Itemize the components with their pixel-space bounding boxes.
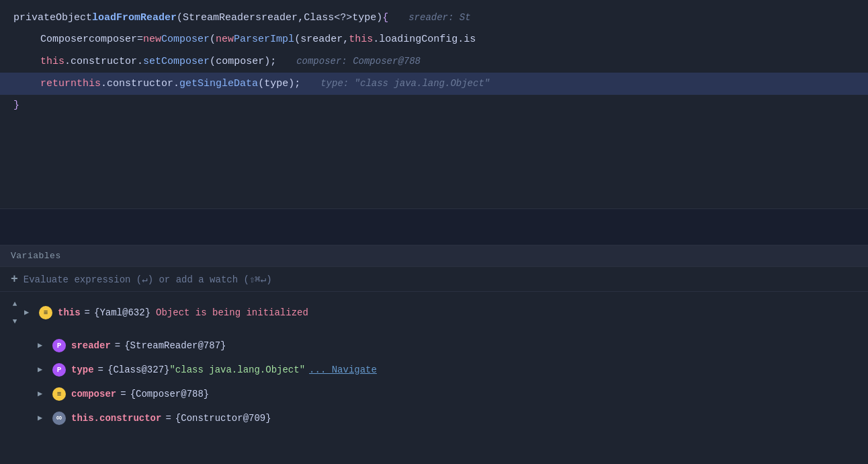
hint-composer: composer: Composer@788 bbox=[296, 52, 421, 71]
code-line-1: private Object loadFromReader ( StreamRe… bbox=[0, 7, 868, 29]
var-name-sreader: sreader bbox=[71, 338, 111, 354]
scroll-down-icon[interactable]: ▼ bbox=[13, 313, 17, 330]
code-line-3: this . constructor . setComposer ( compo… bbox=[0, 50, 868, 73]
keyword-private: private bbox=[13, 9, 56, 28]
var-string-type: "class java.lang.Object" bbox=[169, 362, 305, 378]
var-name-this-constructor: this.constructor bbox=[71, 410, 161, 426]
code-line-2: Composer composer = new Composer ( new P… bbox=[0, 29, 868, 50]
var-ref-composer: {Composer@788} bbox=[130, 386, 210, 402]
code-editor: private Object loadFromReader ( StreamRe… bbox=[0, 0, 868, 208]
expand-sreader[interactable]: ▶ bbox=[38, 338, 48, 354]
expand-type[interactable]: ▶ bbox=[38, 362, 48, 378]
var-name-composer: composer bbox=[71, 386, 116, 402]
variables-panel: Variables + Evaluate expression (↵) or a… bbox=[0, 245, 868, 464]
var-ref-sreader: {StreamReader@787} bbox=[124, 338, 226, 354]
eval-bar[interactable]: + Evaluate expression (↵) or add a watch… bbox=[0, 267, 868, 292]
editor-divider bbox=[0, 208, 868, 245]
expand-composer[interactable]: ▶ bbox=[38, 386, 48, 402]
type-object: Object bbox=[56, 9, 92, 28]
var-name-type: type bbox=[71, 362, 94, 378]
var-ref-this-constructor: {Constructor@709} bbox=[175, 410, 271, 426]
var-icon-sreader: P bbox=[52, 339, 66, 352]
add-watch-button[interactable]: + bbox=[11, 272, 18, 286]
var-ref-this: {Yaml@632} bbox=[94, 305, 150, 321]
var-row-this-constructor[interactable]: ▶ ∞ this.constructor = {Constructor@709} bbox=[0, 406, 868, 430]
expand-this[interactable]: ▶ bbox=[24, 305, 35, 321]
navigate-type[interactable]: ... Navigate bbox=[309, 362, 377, 378]
var-warning-this: Object is being initialized bbox=[156, 305, 308, 321]
var-icon-composer: ≡ bbox=[52, 387, 66, 401]
function-name: loadFromReader bbox=[92, 9, 177, 28]
eval-expression-input[interactable]: Evaluate expression (↵) or add a watch (… bbox=[24, 274, 857, 285]
variable-list: ▲ ▼ ▶ ≡ this = {Yaml@632} Object is bein… bbox=[0, 292, 868, 430]
var-icon-this: ≡ bbox=[39, 306, 52, 319]
var-row-composer[interactable]: ▶ ≡ composer = {Composer@788} bbox=[0, 382, 868, 406]
hint-type: type: "class java.lang.Object" bbox=[320, 74, 490, 93]
var-row-type[interactable]: ▶ P type = {Class@327} "class java.lang.… bbox=[0, 358, 868, 382]
var-ref-type: {Class@327} bbox=[107, 362, 169, 378]
var-icon-this-constructor: ∞ bbox=[52, 412, 66, 425]
var-row-this[interactable]: ▲ ▼ ▶ ≡ this = {Yaml@632} Object is bein… bbox=[0, 292, 868, 334]
expand-this-constructor[interactable]: ▶ bbox=[38, 410, 48, 426]
hint-sreader: sreader: St bbox=[408, 8, 470, 27]
var-icon-type: P bbox=[52, 363, 66, 377]
var-name-this: this bbox=[58, 305, 81, 321]
variables-header: Variables bbox=[0, 245, 868, 267]
code-line-5: } bbox=[0, 95, 868, 116]
scroll-up-icon[interactable]: ▲ bbox=[13, 296, 17, 312]
code-line-4: return this . constructor . getSingleDat… bbox=[0, 73, 868, 95]
var-row-sreader[interactable]: ▶ P sreader = {StreamReader@787} bbox=[0, 334, 868, 358]
